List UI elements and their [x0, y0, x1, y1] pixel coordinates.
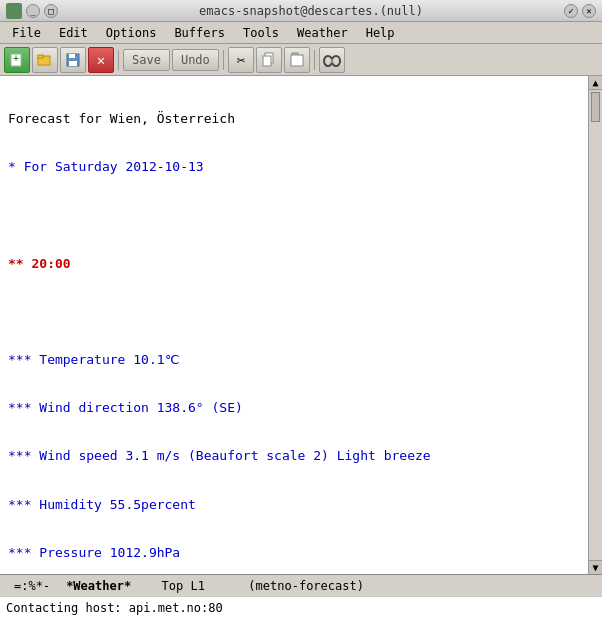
editor-line-9: *** Humidity 55.5percent [8, 496, 580, 514]
menu-options[interactable]: Options [98, 24, 165, 42]
toolbar: + ✕ Save Undo ✂ [0, 44, 602, 76]
scrollbar-thumb[interactable] [591, 92, 600, 122]
svg-rect-14 [331, 59, 333, 63]
editor-line-6: *** Temperature 10.1℃ [8, 351, 580, 369]
checkmark-btn[interactable]: ✓ [564, 4, 578, 18]
editor-container: Forecast for Wien, Österreich * For Satu… [0, 76, 602, 574]
svg-text:+: + [13, 53, 19, 64]
menu-tools[interactable]: Tools [235, 24, 287, 42]
menu-buffers[interactable]: Buffers [166, 24, 233, 42]
editor-line-1: Forecast for Wien, Österreich [8, 110, 580, 128]
title-bar-right: ✓ ✕ [564, 4, 596, 18]
menu-help[interactable]: Help [358, 24, 403, 42]
cut-button[interactable]: ✂ [228, 47, 254, 73]
toolbar-separator-1 [118, 50, 119, 70]
app-icon [6, 3, 22, 19]
close-buffer-button[interactable]: ✕ [88, 47, 114, 73]
editor-line-3 [8, 206, 580, 224]
scrollbar-track[interactable] [589, 90, 602, 560]
search-button[interactable] [319, 47, 345, 73]
editor-line-7: *** Wind direction 138.6° (SE) [8, 399, 580, 417]
scrollbar[interactable]: ▲ ▼ [588, 76, 602, 574]
save-text-button[interactable]: Save [123, 49, 170, 71]
window-title: emacs-snapshot@descartes.(null) [58, 4, 564, 18]
svg-text:✂: ✂ [237, 52, 246, 68]
svg-point-13 [332, 56, 340, 66]
close-btn[interactable]: ✕ [582, 4, 596, 18]
editor-line-10: *** Pressure 1012.9hPa [8, 544, 580, 562]
editor-line-8: *** Wind speed 3.1 m/s (Beaufort scale 2… [8, 447, 580, 465]
editor-line-4: ** 20:00 [8, 255, 580, 273]
status-bar: =:%*- *Weather* Top L1 (metno-forecast) [0, 574, 602, 596]
svg-rect-9 [263, 56, 271, 66]
menu-bar: File Edit Options Buffers Tools Weather … [0, 22, 602, 44]
svg-rect-11 [291, 55, 303, 66]
editor-line-2: * For Saturday 2012-10-13 [8, 158, 580, 176]
menu-edit[interactable]: Edit [51, 24, 96, 42]
open-file-button[interactable] [32, 47, 58, 73]
menu-weather[interactable]: Weather [289, 24, 356, 42]
menu-file[interactable]: File [4, 24, 49, 42]
status-buffer: *Weather* [58, 579, 139, 593]
title-bar: _ □ emacs-snapshot@descartes.(null) ✓ ✕ [0, 0, 602, 22]
toolbar-separator-3 [314, 50, 315, 70]
svg-rect-5 [69, 54, 75, 58]
editor-content[interactable]: Forecast for Wien, Österreich * For Satu… [0, 76, 588, 574]
new-file-button[interactable]: + [4, 47, 30, 73]
toolbar-separator-2 [223, 50, 224, 70]
minimize-btn[interactable]: _ [26, 4, 40, 18]
svg-point-12 [324, 56, 332, 66]
message-bar: Contacting host: api.met.no:80 [0, 596, 602, 618]
scrollbar-up-button[interactable]: ▲ [589, 76, 602, 90]
editor-line-5 [8, 303, 580, 321]
title-bar-left: _ □ [6, 3, 58, 19]
scrollbar-down-button[interactable]: ▼ [589, 560, 602, 574]
svg-rect-3 [38, 55, 43, 58]
status-position: Top L1 (metno-forecast) [139, 579, 372, 593]
undo-button[interactable]: Undo [172, 49, 219, 71]
maximize-btn[interactable]: □ [44, 4, 58, 18]
svg-rect-6 [69, 61, 77, 66]
status-mode: =:%*- [6, 579, 58, 593]
copy-button[interactable] [256, 47, 282, 73]
save-button[interactable] [60, 47, 86, 73]
paste-button[interactable] [284, 47, 310, 73]
message-text: Contacting host: api.met.no:80 [6, 601, 223, 615]
